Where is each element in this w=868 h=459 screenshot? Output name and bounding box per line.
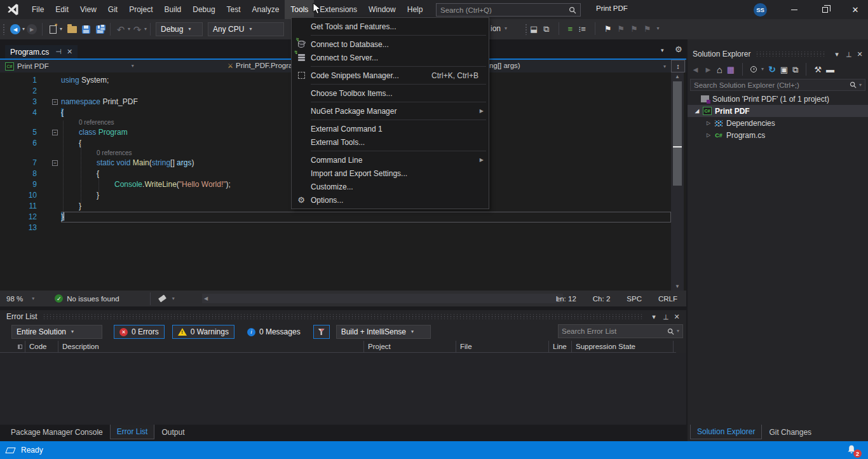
new-project-dropdown[interactable]: ▾ [60,27,62,32]
column-header-file[interactable]: File [456,341,549,353]
filter-dropdown[interactable]: ▾ [761,67,764,72]
editor-options-gear-icon[interactable]: ⚙ [675,45,682,54]
horizontal-scrollbar[interactable]: ◀ ▶ [202,294,563,303]
account-avatar[interactable]: SS [754,3,767,17]
switch-views-icon[interactable]: ▦ [727,65,735,74]
toolbar-grip[interactable] [3,24,5,35]
window-position-dropdown-icon[interactable]: ▾ [831,50,843,58]
breadcrumb-project[interactable]: Print PDF [17,62,49,70]
breadcrumb-project-dropdown[interactable]: ▾ [132,64,134,69]
source-combo[interactable]: Build + IntelliSense▾ [336,325,431,339]
menu-item-options[interactable]: ⚙Options... [292,193,489,207]
menu-debug[interactable]: Debug [187,0,220,19]
solution-explorer-search-box[interactable]: ▾ [690,79,865,91]
close-tab-icon[interactable]: ✕ [67,48,72,56]
health-status[interactable]: No issues found [67,295,119,303]
preview-selected-icon[interactable]: ⧉ [792,65,798,74]
menu-project[interactable]: Project [123,0,158,19]
column-header-line[interactable]: Line [549,341,572,353]
column-header-project[interactable]: Project [364,341,456,353]
zoom-level[interactable]: 98 % [6,295,23,303]
error-list-title-bar[interactable]: Error List ▾ ⊣ ✕ [0,310,686,323]
pin-tab-icon[interactable]: ⊣ [55,48,62,56]
panel-drag-area[interactable] [756,51,826,57]
code-line-12[interactable]: 12} [0,212,671,223]
menu-item-import-and-export-settings[interactable]: Import and Export Settings... [292,167,489,180]
menu-item-nuget-package-manager[interactable]: NuGet Package Manager▶ [292,104,489,118]
menu-item-get-tools-and-features[interactable]: Get Tools and Features... [292,20,489,33]
column-indicator[interactable]: Ch: 2 [593,295,611,303]
warnings-filter-toggle[interactable]: 0 Warnings [172,325,234,339]
fold-collapse-icon[interactable]: − [52,160,58,166]
fold-collapse-icon[interactable]: − [52,130,58,135]
display-outline-icon[interactable]: ⧉ [543,25,549,33]
redo-button[interactable]: ↷ [130,22,144,36]
close-panel-icon[interactable]: ✕ [854,50,865,58]
undo-button[interactable]: ↶ [114,22,128,36]
menu-window[interactable]: Window [363,0,402,19]
refresh-icon[interactable]: ↻ [768,65,776,74]
collapsed-arrow-icon[interactable]: ▷ [704,120,713,126]
search-options-dropdown[interactable]: ▾ [677,329,679,334]
menu-build[interactable]: Build [159,0,187,19]
navigate-forward-button[interactable]: ▶ [25,22,39,36]
column-header-suppression-state[interactable]: Suppression State [572,341,674,353]
quick-info-icon[interactable]: ⬓ [530,25,538,33]
preview-toggle-icon[interactable]: ▬ [826,65,834,74]
indent-lines-icon[interactable]: ≡ [568,25,573,33]
menu-item-choose-toolbox-items[interactable]: Choose Toolbox Items... [292,86,489,100]
menu-file[interactable]: File [26,0,50,19]
bookmarks-dropdown[interactable]: ▾ [657,26,660,31]
menu-test[interactable]: Test [221,0,247,19]
save-all-button[interactable] [93,22,107,36]
solution-explorer-title-bar[interactable]: Solution Explorer ▾ ⊣ ✕ [688,48,868,60]
tab-solution-explorer[interactable]: Solution Explorer [690,425,762,439]
notification-count-badge[interactable]: 2 [853,449,862,458]
scrollbar-thumb[interactable] [673,81,682,186]
toolbar-grip[interactable] [525,24,527,35]
breadcrumb-member-dropdown[interactable]: ▾ [663,64,666,69]
code-line-13[interactable]: 13 [0,223,671,233]
errors-filter-toggle[interactable]: ✕0 Errors [114,325,165,339]
menu-item-connect-to-database[interactable]: Connect to Database... [292,38,489,51]
menu-tools[interactable]: Tools [285,0,314,19]
zoom-dropdown[interactable]: ▾ [32,296,34,301]
menu-analyze[interactable]: Analyze [247,0,285,19]
partially-hidden-combo[interactable]: ion▾ [491,24,507,33]
spaces-indicator[interactable]: SPC [627,295,642,303]
close-panel-icon[interactable]: ✕ [671,313,682,321]
pending-changes-filter-icon[interactable] [750,66,757,72]
solution-explorer-search-input[interactable] [694,81,850,89]
clear-bookmarks-icon[interactable]: ⚑ [644,25,651,33]
window-position-dropdown-icon[interactable]: ▾ [648,313,660,321]
next-bookmark-icon[interactable]: ⚑ [630,25,638,33]
comment-lines-icon[interactable]: ⁝≡ [578,25,586,33]
panel-drag-area[interactable] [43,314,643,319]
tree-item-print-pdf[interactable]: ◢C#Print PDF [688,105,868,117]
tree-item-dependencies[interactable]: ▷Dependencies [688,117,868,129]
minimize-button[interactable] [783,0,806,19]
column-header-severity[interactable] [0,341,25,353]
filter-button[interactable]: ✕ [313,325,330,339]
menu-item-code-snippets-manager[interactable]: Code Snippets Manager...Ctrl+K, Ctrl+B [292,69,489,82]
collapsed-arrow-icon[interactable]: ▷ [704,132,713,138]
eraser-dropdown[interactable]: ▾ [172,296,175,301]
platform-combo[interactable]: Any CPU▾ [208,22,284,36]
search-options-dropdown[interactable]: ▾ [859,83,862,88]
open-file-button[interactable] [65,22,79,36]
menu-edit[interactable]: Edit [50,0,74,19]
collapse-all-icon[interactable]: ▣ [780,65,788,74]
menu-git[interactable]: Git [102,0,123,19]
vertical-scrollbar[interactable]: ▲ ▼ [671,72,684,291]
menu-view[interactable]: View [74,0,102,19]
home-icon[interactable]: ⌂ [717,65,722,74]
column-header-description[interactable]: Description [58,341,364,353]
search-input[interactable] [440,6,569,14]
menu-help[interactable]: Help [402,0,429,19]
scroll-up-arrow[interactable]: ▲ [671,74,684,79]
tab-program-cs[interactable]: Program.cs ⊣ ✕ [5,45,78,58]
new-project-button[interactable] [46,22,60,36]
split-editor-handle[interactable]: ↕ [671,60,685,72]
tab-package-manager-console[interactable]: Package Manager Console [4,425,110,440]
messages-filter-toggle[interactable]: i0 Messages [242,325,306,339]
